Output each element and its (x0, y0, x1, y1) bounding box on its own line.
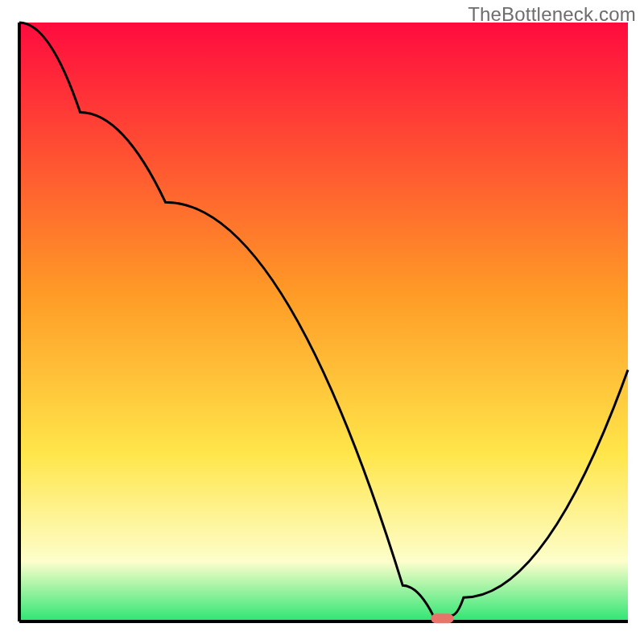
plot-background (19, 23, 628, 621)
watermark-text: TheBottleneck.com (468, 3, 636, 26)
optimum-marker (431, 613, 453, 623)
chart-container: { "watermark": "TheBottleneck.com", "col… (0, 0, 644, 644)
bottleneck-chart (0, 0, 644, 644)
